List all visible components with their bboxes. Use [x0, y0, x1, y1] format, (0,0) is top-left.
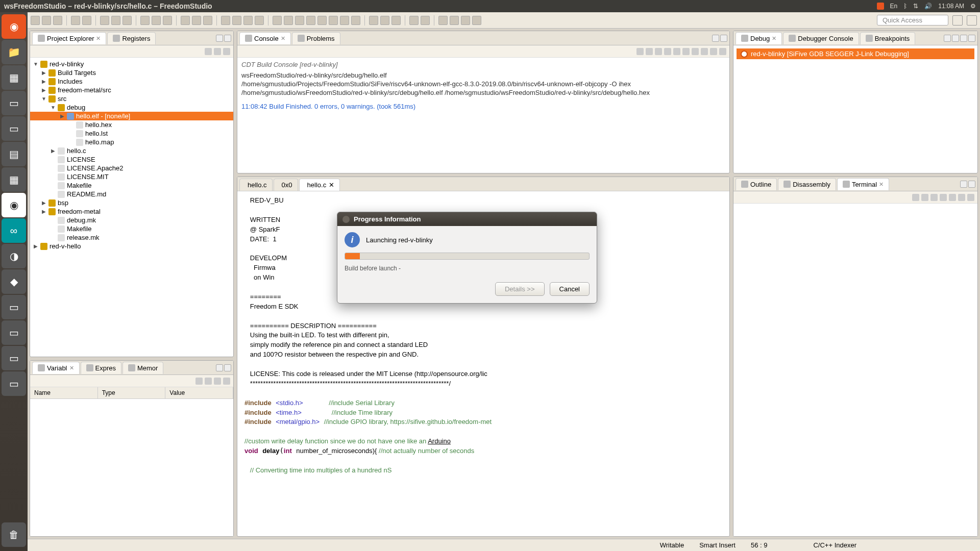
toolbar-btn[interactable]	[203, 16, 212, 25]
trash-icon[interactable]: 🗑	[2, 522, 26, 547]
toolbar-btn[interactable]	[664, 48, 671, 55]
link-editor-icon[interactable]	[214, 48, 221, 55]
clock[interactable]: 11:08 AM	[938, 3, 964, 10]
tree-item[interactable]: ▶red-v-hello	[30, 242, 233, 251]
app-icon-6[interactable]: ▭	[2, 320, 26, 345]
tray-lang[interactable]: En	[890, 3, 898, 10]
maximize-icon[interactable]	[968, 35, 975, 42]
toolbar-btn[interactable]	[181, 16, 190, 25]
scroll-lock-icon[interactable]	[636, 48, 644, 55]
display-console-icon[interactable]	[710, 48, 717, 55]
expand-arrow-icon[interactable]: ▶	[41, 87, 46, 93]
toolbar-btn[interactable]	[100, 16, 109, 25]
toolbar-btn[interactable]	[122, 16, 132, 25]
maximize-icon[interactable]	[224, 364, 231, 371]
toolbar-btn[interactable]	[952, 35, 959, 42]
editor-tab-3[interactable]: hello.c ✕	[299, 179, 340, 191]
close-icon[interactable]: ✕	[281, 35, 285, 42]
minimize-icon[interactable]	[216, 364, 223, 371]
close-icon[interactable]: ✕	[96, 35, 101, 42]
toolbar-btn[interactable]	[192, 16, 201, 25]
col-type[interactable]: Type	[98, 387, 166, 398]
tab-breakpoints[interactable]: Breakpoints	[860, 32, 916, 44]
editor-tab-2[interactable]: 0x0	[274, 179, 298, 191]
variables-body[interactable]	[30, 399, 233, 536]
app-icon-8[interactable]: ▭	[2, 371, 26, 396]
sound-icon[interactable]: 🔊	[924, 3, 932, 10]
toolbar-btn[interactable]	[391, 16, 401, 25]
tree-item[interactable]: LICENSE.Apache2	[30, 164, 233, 172]
toolbar-btn[interactable]	[214, 378, 221, 385]
toolbar-btn[interactable]	[692, 48, 699, 55]
toolbar-btn[interactable]	[921, 194, 928, 201]
toolbar-btn[interactable]	[255, 16, 264, 25]
expand-arrow-icon[interactable]: ▶	[60, 113, 65, 119]
toolbar-btn[interactable]	[940, 194, 947, 201]
project-tree[interactable]: ▼red-v-blinky▶Build Targets▶Includes▶fre…	[30, 58, 233, 357]
tab-debug[interactable]: Debug ✕	[736, 32, 782, 44]
toolbar-btn[interactable]	[232, 16, 241, 25]
app-icon-7[interactable]: ▭	[2, 346, 26, 370]
toolbar-btn[interactable]	[912, 194, 919, 201]
arduino-icon[interactable]: ∞	[2, 218, 26, 243]
toolbar-btn[interactable]	[472, 16, 481, 25]
calc-icon[interactable]: ▤	[2, 142, 26, 166]
files-icon[interactable]: 📁	[2, 40, 26, 64]
col-value[interactable]: Value	[165, 387, 233, 398]
tab-memory[interactable]: Memor	[122, 362, 163, 374]
toolbar-stepinto-icon[interactable]	[329, 16, 338, 25]
open-console-icon[interactable]	[719, 48, 726, 55]
tree-item[interactable]: ▼debug	[30, 103, 233, 112]
toolbar-btn[interactable]	[369, 16, 378, 25]
tab-disassembly[interactable]: Disassembly	[778, 178, 836, 190]
tab-outline[interactable]: Outline	[736, 178, 777, 190]
tray-notification-icon[interactable]	[877, 3, 884, 10]
console-output[interactable]: CDT Build Console [red-v-blinky] wsFreed…	[237, 58, 729, 173]
tree-item[interactable]: ▶Build Targets	[30, 68, 233, 77]
tree-item[interactable]: ▼src	[30, 94, 233, 103]
expand-arrow-icon[interactable]: ▼	[33, 61, 38, 67]
app-icon-2[interactable]: ▭	[2, 116, 26, 141]
toolbar-pause-icon[interactable]	[295, 16, 304, 25]
tab-debugger-console[interactable]: Debugger Console	[783, 32, 859, 44]
view-menu-icon[interactable]	[223, 48, 230, 55]
maximize-icon[interactable]	[720, 35, 727, 42]
col-name[interactable]: Name	[30, 387, 98, 398]
ubuntu-dash-icon[interactable]: ◉	[2, 14, 26, 39]
expand-arrow-icon[interactable]: ▶	[33, 243, 38, 249]
toolbar-resume-icon[interactable]	[284, 16, 293, 25]
tree-item[interactable]: hello.map	[30, 138, 233, 146]
clear-icon[interactable]	[646, 48, 653, 55]
collapse-all-icon[interactable]	[205, 48, 212, 55]
toolbar-btn[interactable]	[205, 378, 212, 385]
toolbar-debug-icon[interactable]	[140, 16, 150, 25]
toolbar-btn[interactable]	[195, 378, 203, 385]
toolbar-skip-icon[interactable]	[273, 16, 282, 25]
toolbar-save-icon[interactable]	[42, 16, 51, 25]
expand-arrow-icon[interactable]: ▶	[41, 200, 46, 206]
tree-item[interactable]: README.md	[30, 190, 233, 198]
expand-arrow-icon[interactable]: ▼	[51, 105, 56, 110]
close-icon[interactable]: ✕	[69, 365, 74, 371]
tree-item[interactable]: ▶hello.elf - [none/le]	[30, 112, 233, 120]
debug-launch-item[interactable]: red-v-blinky [SiFive GDB SEGGER J-Link D…	[737, 48, 974, 59]
tab-terminal[interactable]: Terminal ✕	[837, 178, 889, 190]
toolbar-new-icon[interactable]	[31, 16, 40, 25]
toolbar-hammer-icon[interactable]	[82, 16, 91, 25]
toolbar-btn[interactable]	[450, 16, 459, 25]
tree-item[interactable]: ▶Includes	[30, 77, 233, 86]
toolbar-btn[interactable]	[421, 16, 430, 25]
network-icon[interactable]: ⇅	[913, 3, 918, 10]
details-button[interactable]: Details >>	[495, 282, 545, 296]
tree-item[interactable]: hello.lst	[30, 129, 233, 138]
toolbar-btn[interactable]	[438, 16, 448, 25]
expand-arrow-icon[interactable]: ▼	[41, 96, 46, 102]
tree-item[interactable]: LICENSE	[30, 155, 233, 164]
tree-item[interactable]: release.mk	[30, 233, 233, 242]
toolbar-btn[interactable]	[944, 35, 951, 42]
tab-problems[interactable]: Problems	[292, 32, 340, 44]
chrome-icon[interactable]: ◉	[2, 193, 26, 217]
tree-item[interactable]: ▶freedom-metal/src	[30, 86, 233, 94]
toolbar-btn[interactable]	[949, 194, 956, 201]
gear-icon[interactable]: ⚙	[970, 3, 976, 10]
